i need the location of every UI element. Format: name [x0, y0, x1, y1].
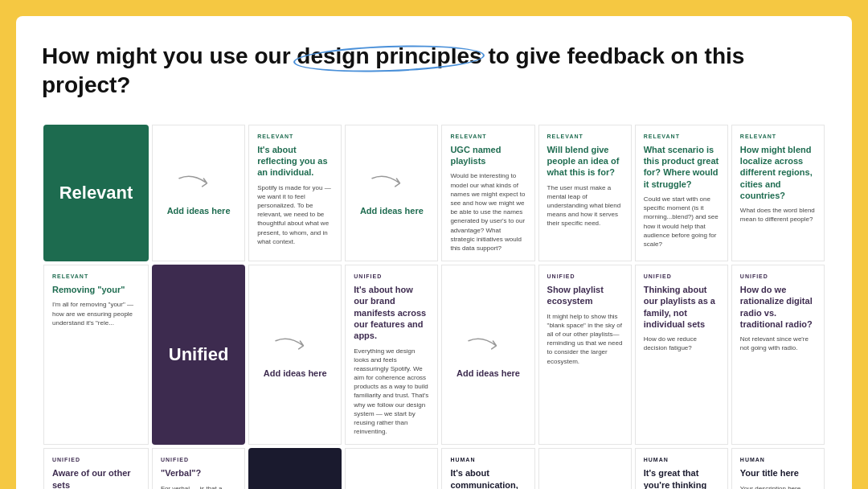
card-body: Not relevant since we're not going with …	[740, 335, 816, 352]
card-body: The user must make a mental leap of unde…	[547, 183, 623, 228]
card-title: It's great that you're thinking through …	[644, 467, 719, 489]
card-title: Removing "your"	[52, 284, 140, 295]
card-title: Aware of our other sets	[52, 467, 140, 489]
card-title: Thinking about our playlists as a family…	[644, 284, 719, 330]
card-body: Spotify is made for you — we want it to …	[257, 183, 333, 246]
content-card-human-3[interactable]: HUMANIt's great that you're thinking thr…	[635, 448, 728, 489]
card-label: RELEVANT	[644, 134, 719, 139]
title-highlighted: design principles	[297, 43, 481, 68]
add-ideas-arrow-icon	[366, 166, 419, 203]
add-ideas-card-unified-0[interactable]: Add ideas here	[248, 265, 342, 445]
add-ideas-card-unified-2[interactable]: Add ideas here	[441, 265, 534, 445]
card-body: For verbal — is that a friend or voice s…	[161, 484, 236, 489]
card-body: How do we reduce decision fatigue?	[644, 335, 719, 352]
grid-container: Relevant Add ideas hereRELEVANTIt's abou…	[42, 123, 826, 489]
content-card-human-4[interactable]: HUMANYour title hereYour description her…	[731, 448, 825, 489]
card-title: Show playlist ecosystem	[547, 284, 623, 307]
card-title: It's about reflecting you as an individu…	[257, 144, 333, 179]
content-card-unified-6[interactable]: UNIFIEDAware of our other setsThinking a…	[43, 448, 149, 489]
content-card-relevant-6[interactable]: RELEVANTHow might blend localize across …	[731, 125, 825, 261]
card-title: How might blend localize across differen…	[740, 144, 816, 201]
add-ideas-card-relevant-2[interactable]: Add ideas here	[345, 125, 438, 261]
content-card-relevant-3[interactable]: RELEVANTUGC named playlistsWould be inte…	[441, 125, 534, 261]
card-title: How do we rationalize digital radio vs. …	[740, 284, 816, 330]
title-part1: How might you use our	[42, 43, 297, 68]
card-label: HUMAN	[740, 457, 816, 462]
row-label-relevant: Relevant	[43, 125, 149, 261]
content-card-unified-1[interactable]: UNIFIEDIt's about how our brand manifest…	[345, 265, 438, 445]
content-card-relevant-1[interactable]: RELEVANTIt's about reflecting you as an …	[248, 125, 342, 261]
card-label: HUMAN	[644, 457, 719, 462]
card-label: UNIFIED	[644, 273, 719, 279]
card-label: RELEVANT	[740, 134, 816, 139]
card-title: What scenario is this product great for?…	[644, 144, 719, 190]
card-label: UNIFIED	[740, 273, 816, 279]
card-title: It's about how our brand manifests acros…	[354, 284, 429, 341]
content-card-human-1[interactable]: HUMANIt's about communication, expressio…	[441, 448, 534, 489]
add-ideas-card-relevant-0[interactable]: Add ideas here	[152, 125, 245, 261]
content-card-relevant-7[interactable]: RELEVANTRemoving "your"I'm all for remov…	[43, 265, 149, 445]
card-label: UNIFIED	[547, 273, 623, 279]
card-body: It might help to show this "blank space"…	[547, 312, 623, 366]
card-label: RELEVANT	[52, 273, 140, 279]
content-card-unified-3[interactable]: UNIFIEDShow playlist ecosystemIt might h…	[538, 265, 632, 445]
card-label: UNIFIED	[354, 273, 429, 279]
card-title: Will blend give people an idea of what t…	[547, 144, 623, 179]
card-label: RELEVANT	[547, 134, 623, 139]
content-card-relevant-5[interactable]: RELEVANTWhat scenario is this product gr…	[635, 125, 728, 261]
card-label: RELEVANT	[450, 134, 526, 139]
add-ideas-arrow-icon	[268, 328, 321, 366]
card-label: UNIFIED	[52, 457, 140, 462]
add-ideas-label: Add ideas here	[167, 206, 231, 216]
card-label: RELEVANT	[257, 134, 333, 139]
content-card-unified-4[interactable]: UNIFIEDThinking about our playlists as a…	[635, 265, 728, 445]
card-title: UGC named playlists	[450, 144, 526, 167]
content-card-relevant-4[interactable]: RELEVANTWill blend give people an idea o…	[538, 125, 632, 261]
add-ideas-arrow-icon	[172, 166, 225, 203]
card-body: I'm all for removing "your" — how are we…	[52, 300, 140, 327]
row-label-human: Human	[248, 448, 342, 489]
content-card-unified-7[interactable]: UNIFIED"Verbal"?For verbal — is that a f…	[152, 448, 245, 489]
add-ideas-label: Add ideas here	[360, 206, 424, 216]
card-title: Your title here	[740, 467, 816, 479]
add-ideas-label: Add ideas here	[264, 368, 327, 378]
add-ideas-card-human-0[interactable]: Add ideas here	[345, 448, 438, 489]
card-title: It's about communication, expression, an…	[450, 467, 526, 489]
card-body: What does the word blend mean to differe…	[740, 206, 816, 224]
row-label-unified: Unified	[152, 265, 245, 445]
card-body: Your description here.	[740, 484, 816, 489]
card-label: HUMAN	[450, 457, 526, 462]
card-title: "Verbal"?	[161, 467, 236, 479]
card-body: Would be interesting to model our what k…	[450, 171, 526, 253]
page-title: How might you use our design principles …	[42, 42, 765, 101]
add-ideas-label: Add ideas here	[457, 368, 520, 378]
main-container: How might you use our design principles …	[16, 16, 852, 489]
card-label: UNIFIED	[161, 457, 236, 462]
card-body: Could we start with one specific moment …	[644, 195, 719, 249]
card-body: Everything we design looks and feels rea…	[354, 347, 429, 437]
add-ideas-arrow-icon	[462, 328, 515, 366]
add-ideas-card-human-2[interactable]: Add ideas here	[538, 448, 632, 489]
content-card-unified-5[interactable]: UNIFIEDHow do we rationalize digital rad…	[731, 265, 825, 445]
